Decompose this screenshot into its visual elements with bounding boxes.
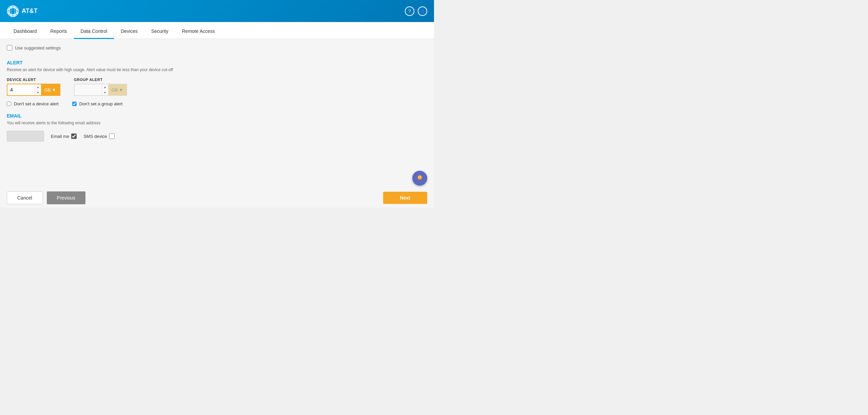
alert-inputs-row: DEVICE ALERT ▲ ▼ GB ▼ GROUP ALERT bbox=[7, 78, 427, 96]
group-alert-input[interactable] bbox=[75, 84, 102, 95]
main-content: Use suggested settings ALERT Receive an … bbox=[0, 39, 434, 185]
nav-item-devices[interactable]: Devices bbox=[114, 24, 144, 39]
use-suggested-row: Use suggested settings bbox=[7, 42, 427, 53]
svg-point-7 bbox=[419, 177, 421, 178]
use-suggested-checkbox[interactable] bbox=[7, 45, 12, 50]
dont-set-group-checkbox[interactable] bbox=[72, 102, 77, 106]
dont-set-device-item: Don't set a device alert bbox=[7, 101, 59, 106]
email-me-option: Email me bbox=[51, 133, 77, 139]
svg-point-3 bbox=[9, 5, 16, 16]
svg-point-2 bbox=[7, 5, 18, 16]
chat-icon bbox=[416, 174, 424, 182]
nav-item-security[interactable]: Security bbox=[144, 24, 175, 39]
alert-title: ALERT bbox=[7, 60, 427, 65]
dont-set-device-checkbox[interactable] bbox=[7, 102, 11, 106]
group-alert-unit-btn[interactable]: GB ▼ bbox=[108, 84, 127, 95]
email-desc: You will receive alerts to the following… bbox=[7, 121, 427, 125]
device-alert-group: DEVICE ALERT ▲ ▼ GB ▼ bbox=[7, 78, 60, 96]
footer-left-buttons: Cancel Previous bbox=[7, 191, 85, 204]
email-title: EMAIL bbox=[7, 113, 427, 119]
use-suggested-label: Use suggested settings bbox=[15, 45, 61, 50]
nav-item-remote-access[interactable]: Remote Access bbox=[175, 24, 222, 39]
sms-device-option: SMS device bbox=[83, 133, 114, 139]
email-section: EMAIL You will receive alerts to the fol… bbox=[7, 113, 427, 142]
next-button[interactable]: Next bbox=[383, 192, 427, 204]
help-icon[interactable]: ? bbox=[405, 6, 414, 16]
group-alert-decrement[interactable]: ▼ bbox=[102, 90, 108, 95]
header: AT&T ? 👤 bbox=[0, 0, 434, 22]
header-icons: ? 👤 bbox=[405, 6, 427, 16]
device-alert-input-container: ▲ ▼ GB ▼ bbox=[7, 84, 60, 96]
email-input-box bbox=[7, 131, 44, 142]
alert-section: ALERT Receive an alert for device with h… bbox=[7, 60, 427, 106]
device-alert-unit-btn[interactable]: GB ▼ bbox=[41, 84, 60, 95]
device-alert-decrement[interactable]: ▼ bbox=[35, 90, 41, 95]
chat-bubble-button[interactable] bbox=[412, 171, 427, 186]
email-me-label: Email me bbox=[51, 134, 69, 139]
alert-checkbox-group: Don't set a device alert Don't set a gro… bbox=[7, 101, 427, 106]
dont-set-group-label: Don't set a group alert bbox=[79, 101, 123, 106]
device-alert-unit-label: GB bbox=[44, 87, 51, 92]
device-alert-increment[interactable]: ▲ bbox=[35, 84, 41, 90]
nav-item-dashboard[interactable]: Dashboard bbox=[7, 24, 44, 39]
group-alert-input-container: ▲ ▼ GB ▼ bbox=[74, 84, 127, 96]
dont-set-device-label: Don't set a device alert bbox=[14, 101, 59, 106]
group-alert-spinners: ▲ ▼ bbox=[102, 84, 108, 95]
header-logo: AT&T bbox=[7, 5, 38, 17]
group-alert-unit-label: GB bbox=[112, 87, 118, 92]
sms-device-label: SMS device bbox=[83, 134, 107, 139]
alert-desc: Receive an alert for device with high us… bbox=[7, 67, 427, 72]
group-alert-label: GROUP ALERT bbox=[74, 78, 127, 82]
previous-button[interactable]: Previous bbox=[47, 191, 85, 204]
email-input-row: Email me SMS device bbox=[7, 131, 427, 142]
device-alert-label: DEVICE ALERT bbox=[7, 78, 60, 82]
device-alert-spinners: ▲ ▼ bbox=[35, 84, 41, 95]
user-icon[interactable]: 👤 bbox=[418, 6, 427, 16]
svg-point-4 bbox=[11, 5, 15, 16]
group-alert-dropdown-icon: ▼ bbox=[119, 87, 123, 92]
brand-name: AT&T bbox=[22, 7, 38, 15]
nav-item-reports[interactable]: Reports bbox=[44, 24, 74, 39]
email-me-checkbox[interactable] bbox=[71, 133, 77, 139]
sms-device-checkbox[interactable] bbox=[109, 133, 115, 139]
device-alert-input[interactable] bbox=[7, 84, 35, 95]
group-alert-group: GROUP ALERT ▲ ▼ GB ▼ bbox=[74, 78, 127, 96]
cancel-button[interactable]: Cancel bbox=[7, 191, 43, 204]
device-alert-dropdown-icon: ▼ bbox=[52, 87, 56, 92]
nav-bar: Dashboard Reports Data Control Devices S… bbox=[0, 22, 434, 39]
group-alert-increment[interactable]: ▲ bbox=[102, 84, 108, 90]
att-logo-icon bbox=[7, 5, 19, 17]
footer-buttons: Cancel Previous Next bbox=[0, 185, 434, 208]
dont-set-group-item: Don't set a group alert bbox=[72, 101, 123, 106]
nav-item-data-control[interactable]: Data Control bbox=[74, 24, 114, 39]
